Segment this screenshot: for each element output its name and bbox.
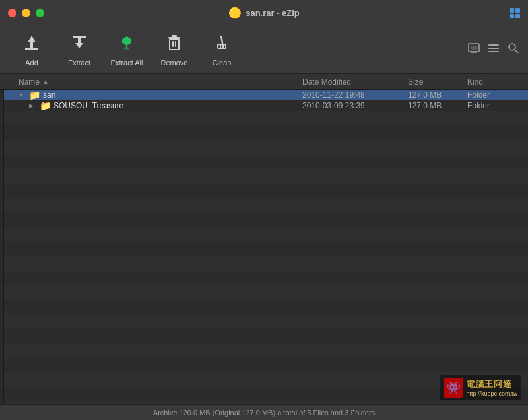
row-name-san: ▼ 📁 san [0, 90, 297, 100]
empty-row [0, 343, 528, 358]
toolbar: Add Extract Extract All [0, 26, 528, 74]
empty-row [0, 125, 528, 140]
add-label: Add [25, 59, 38, 67]
empty-row [0, 140, 528, 155]
column-headers: Name ▲ Date Modified Size Kind [0, 74, 528, 90]
col-date-header[interactable]: Date Modified [297, 77, 403, 87]
svg-line-29 [515, 50, 518, 53]
folder-icon-san: 📁 [29, 90, 40, 100]
extract-all-label: Extract All [111, 59, 143, 67]
row-size-sousou: 127.0 MB [403, 101, 462, 110]
clean-icon [213, 33, 231, 55]
title-bar: 🟡 san.rar - eZip [0, 0, 528, 26]
empty-row [0, 227, 528, 242]
col-date-label: Date Modified [302, 77, 351, 87]
svg-rect-16 [175, 41, 176, 47]
clean-label: Clean [213, 59, 232, 67]
svg-rect-11 [126, 46, 127, 48]
empty-row [0, 329, 528, 343]
maximize-button[interactable] [36, 9, 44, 17]
table-row[interactable]: ▼ 📁 san 2010-11-22 19:48 127.0 MB Folder [0, 90, 528, 100]
row-size-san: 127.0 MB [403, 90, 462, 100]
col-kind-header[interactable]: Kind [462, 77, 528, 87]
svg-rect-1 [30, 42, 33, 48]
svg-rect-14 [170, 39, 179, 50]
svg-rect-25 [488, 44, 499, 46]
row-kind-san: Folder [462, 90, 528, 100]
folder-icon-sousou: 📁 [40, 100, 51, 111]
empty-row [0, 358, 528, 372]
remove-button[interactable]: Remove [150, 29, 198, 71]
add-button[interactable]: Add [8, 29, 55, 71]
expand-arrow-san[interactable]: ▼ [18, 92, 26, 98]
svg-rect-27 [488, 51, 499, 52]
preview-icon[interactable] [467, 42, 480, 58]
title-label: san.rar - eZip [246, 8, 300, 18]
empty-row [0, 271, 528, 285]
grid-icon [510, 8, 520, 18]
empty-row [0, 169, 528, 184]
svg-rect-17 [220, 36, 224, 45]
clean-button[interactable]: Clean [198, 29, 246, 71]
toolbar-right [467, 42, 520, 58]
empty-row [0, 314, 528, 329]
empty-row [0, 198, 528, 213]
empty-row [0, 300, 528, 314]
window-controls [8, 9, 44, 17]
content-area: ▼ 📁 san 2010-11-22 19:48 127.0 MB Folder… [0, 90, 528, 404]
list-icon[interactable] [487, 42, 500, 58]
svg-marker-5 [75, 43, 83, 48]
empty-row [0, 155, 528, 169]
svg-rect-12 [172, 35, 177, 37]
title-file-icon: 🟡 [228, 7, 242, 19]
col-name-header[interactable]: Name ▲ [0, 77, 297, 87]
svg-rect-19 [218, 45, 220, 48]
empty-row [0, 111, 528, 125]
minimize-button[interactable] [22, 9, 30, 17]
filename-san: san [43, 90, 55, 100]
status-bar: Archive 120.0 MB (Original 127.0 MB) a t… [0, 404, 528, 420]
row-name-sousou: ▶ 📁 SOUSOU_Treasure [0, 100, 297, 111]
svg-marker-0 [28, 36, 36, 42]
extract-label: Extract [68, 59, 90, 67]
empty-row [0, 184, 528, 198]
remove-icon [165, 33, 183, 55]
empty-row [0, 285, 528, 300]
col-size-label: Size [408, 77, 423, 87]
svg-rect-2 [25, 48, 38, 50]
table-row[interactable]: ▶ 📁 SOUSOU_Treasure 2010-03-09 23:39 127… [0, 100, 528, 111]
extract-all-icon [117, 33, 136, 55]
svg-rect-20 [221, 45, 222, 48]
svg-rect-3 [73, 36, 86, 38]
window-title: 🟡 san.rar - eZip [228, 7, 300, 19]
row-date-san: 2010-11-22 19:48 [297, 90, 403, 100]
svg-rect-21 [224, 45, 225, 48]
sidebar-indicator [0, 90, 4, 404]
col-name-label: Name [18, 77, 40, 87]
row-kind-sousou: Folder [462, 101, 528, 110]
close-button[interactable] [8, 9, 16, 17]
svg-rect-4 [78, 38, 81, 43]
empty-row [0, 256, 528, 271]
app-icon [510, 8, 520, 18]
col-size-header[interactable]: Size [403, 77, 462, 87]
status-text: Archive 120.0 MB (Original 127.0 MB) a t… [153, 409, 375, 417]
sort-arrow: ▲ [42, 78, 49, 85]
row-date-sousou: 2010-03-09 23:39 [297, 101, 403, 110]
remove-label: Remove [161, 59, 188, 67]
expand-arrow-sousou[interactable]: ▶ [29, 102, 37, 109]
col-kind-label: Kind [467, 77, 483, 87]
search-icon[interactable] [507, 42, 520, 58]
empty-row [0, 242, 528, 256]
extract-button[interactable]: Extract [55, 29, 103, 71]
empty-row [0, 213, 528, 227]
add-icon [22, 33, 41, 55]
filename-sousou: SOUSOU_Treasure [53, 101, 123, 110]
extract-all-button[interactable]: Extract All [103, 29, 150, 71]
svg-rect-26 [488, 48, 499, 49]
svg-rect-15 [172, 41, 174, 47]
svg-rect-23 [471, 46, 477, 50]
empty-row [0, 387, 528, 402]
extract-icon [70, 33, 88, 55]
empty-row [0, 372, 528, 387]
